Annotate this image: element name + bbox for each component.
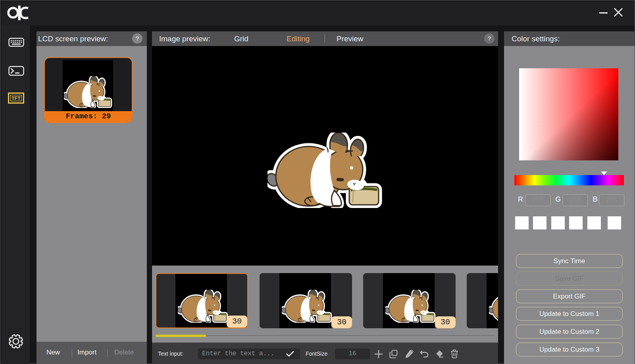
svg-text:TFT: TFT <box>12 96 21 101</box>
